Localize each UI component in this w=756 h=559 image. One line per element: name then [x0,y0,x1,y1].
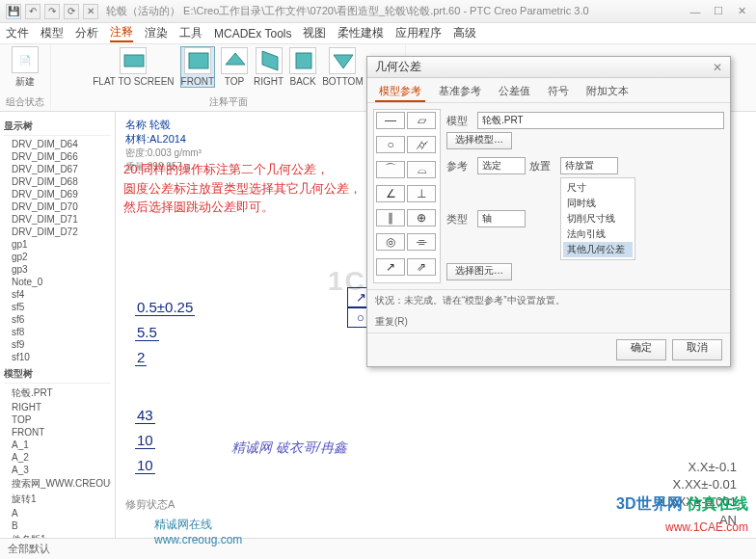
tab-tol-value[interactable]: 公差值 [495,82,534,102]
sym-perpendicularity-icon[interactable]: ⊥ [407,185,436,202]
tab-symbols[interactable]: 符号 [544,82,573,102]
model-tree-item[interactable]: B [4,519,111,532]
tree-item[interactable]: sf5 [4,301,111,313]
menu-tools[interactable]: 工具 [179,25,202,41]
tree-item[interactable]: sf4 [4,288,111,301]
tree-item[interactable]: gp2 [4,251,111,263]
sym-flatness-icon[interactable]: ▱ [407,112,436,129]
sym-straightness-icon[interactable]: — [376,112,405,129]
dim-value[interactable]: 10 [135,457,155,474]
ok-button[interactable]: 确定 [616,339,666,360]
menu-advanced[interactable]: 高级 [453,25,476,41]
menubar: 文件 模型 分析 注释 渲染 工具 MCADEx Tools 视图 柔性建模 应… [0,23,756,44]
model-field[interactable]: 轮毂.PRT [477,112,724,129]
type-label: 类型 [446,212,473,226]
sym-total-runout-icon[interactable]: ⇗ [407,258,436,276]
select-model-button[interactable]: 选择模型… [446,132,512,149]
plane-front[interactable]: FRONT [180,46,215,88]
plane-flat[interactable]: FLAT TO SCREEN [93,47,174,87]
tree-item[interactable]: DRV_DIM_D67 [4,163,111,175]
tree-item[interactable]: sf9 [4,338,111,351]
sym-parallelism-icon[interactable]: ∥ [376,209,405,226]
maximize-icon[interactable]: ☐ [710,5,727,18]
tree-item[interactable]: gp1 [4,238,111,251]
ref-entity-field[interactable]: 轴 [477,210,526,227]
type-option[interactable]: 法向引线 [563,226,633,242]
dim-value[interactable]: 10 [135,432,155,449]
plane-right[interactable]: RIGHT [254,47,284,87]
sym-surface-profile-icon[interactable]: ⌓ [407,161,436,178]
dim-value[interactable]: 0.5±0.25 [135,299,195,316]
menu-view[interactable]: 视图 [303,25,326,41]
close-window-icon[interactable]: ✕ [733,5,750,18]
place-type-field[interactable]: 待放置 [560,157,618,174]
dim-value[interactable]: 5.5 [135,324,159,341]
sym-line-profile-icon[interactable]: ⌒ [376,161,405,178]
sym-concentricity-icon[interactable]: ◎ [376,233,405,251]
select-entity-button[interactable]: 选择图元… [446,263,512,280]
menu-file[interactable]: 文件 [6,25,29,41]
model-tree-item[interactable]: 佚名版1 [4,532,111,538]
sym-position-icon[interactable]: ⊕ [407,209,436,226]
menu-model[interactable]: 模型 [40,25,64,41]
tree-item[interactable]: sf10 [4,351,111,363]
sym-symmetry-icon[interactable]: ⌯ [407,233,436,251]
model-tree-item[interactable]: RIGHT [4,401,111,413]
sym-cylindricity-icon[interactable]: ⌭ [407,136,436,153]
tab-datum-ref[interactable]: 基准参考 [435,82,485,102]
model-tree-item[interactable]: A [4,507,111,519]
tree-item[interactable]: DRV_DIM_D64 [4,138,111,150]
tree-item[interactable]: sf8 [4,326,111,338]
qat-undo-icon[interactable]: ↶ [25,4,40,19]
dialog-close-icon[interactable]: ✕ [713,61,722,74]
menu-analysis[interactable]: 分析 [75,25,98,41]
minimize-icon[interactable]: — [687,5,704,18]
new-button[interactable]: 📄 新建 [12,46,39,89]
dialog-titlebar[interactable]: 几何公差 ✕ [367,57,730,78]
model-tree-item[interactable]: 旋转1 [4,492,111,507]
model-tree-item[interactable]: A_3 [4,464,111,476]
dim-value[interactable]: 43 [135,407,155,424]
qat-redo-icon[interactable]: ↷ [44,4,60,19]
tab-model-ref[interactable]: 模型参考 [375,82,425,102]
type-option[interactable]: 切削尺寸线 [563,211,633,226]
tree-item[interactable]: DRV_DIM_D72 [4,226,111,238]
plane-back[interactable]: BACK [289,47,316,87]
plane-bottom[interactable]: BOTTOM [322,47,364,87]
qat-close-icon[interactable]: ✕ [83,4,98,19]
tree-item[interactable]: DRV_DIM_D69 [4,188,111,200]
plane-top[interactable]: TOP [221,47,248,87]
sym-angularity-icon[interactable]: ∠ [376,185,405,202]
model-tree-item[interactable]: FRONT [4,426,111,439]
model-tree-item[interactable]: TOP [4,413,111,426]
cancel-button[interactable]: 取消 [672,339,722,360]
tree-item[interactable]: DRV_DIM_D70 [4,200,111,213]
tree-item[interactable]: DRV_DIM_D68 [4,175,111,188]
model-tree-item[interactable]: 轮毂.PRT [4,386,111,401]
model-tree-item[interactable]: 搜索网_WWW.CREOUG.COM [4,476,111,492]
tree-item[interactable]: gp3 [4,263,111,276]
tree-item[interactable]: sf6 [4,313,111,326]
repeat-button[interactable]: 重复(R) [375,315,408,329]
tree-item[interactable]: DRV_DIM_D66 [4,150,111,163]
tab-additional[interactable]: 附加文本 [582,82,633,102]
model-tree-item[interactable]: A_2 [4,451,111,464]
menu-annotate[interactable]: 注释 [110,24,133,42]
dim-value[interactable]: 2 [135,349,147,366]
model-tree-item[interactable]: A_1 [4,439,111,451]
qat-regen-icon[interactable]: ⟳ [64,4,79,19]
type-option-selected[interactable]: 其他几何公差 [563,242,633,257]
tree-item[interactable]: DRV_DIM_D71 [4,213,111,226]
tree-item[interactable]: Note_0 [4,276,111,288]
qat-save-icon[interactable]: 💾 [6,4,21,19]
type-option[interactable]: 尺寸 [563,180,633,196]
menu-flex[interactable]: 柔性建模 [338,25,384,41]
menu-mcadex[interactable]: MCADEx Tools [214,27,291,40]
dialog-tabs: 模型参考 基准参考 公差值 符号 附加文本 [367,78,730,103]
type-option[interactable]: 同时线 [563,196,633,211]
menu-render[interactable]: 渲染 [145,25,168,41]
menu-apps[interactable]: 应用程序 [395,25,442,41]
sym-circularity-icon[interactable]: ○ [376,136,405,153]
ref-type-field[interactable]: 选定 [477,157,526,174]
sym-runout-icon[interactable]: ↗ [376,258,405,276]
